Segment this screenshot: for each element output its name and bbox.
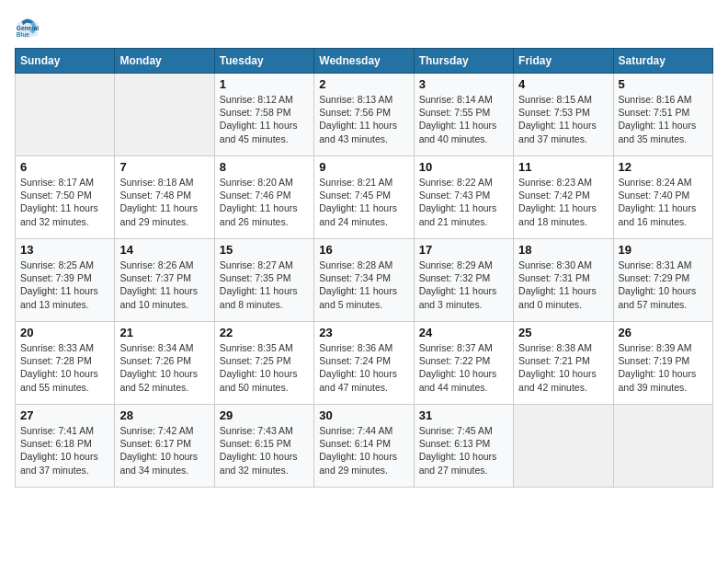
day-number: 12 [619, 160, 708, 174]
calendar-cell [514, 405, 613, 488]
calendar-cell: 26Sunrise: 8:39 AM Sunset: 7:19 PM Dayli… [613, 322, 712, 405]
day-number: 26 [619, 326, 708, 339]
day-info: Sunrise: 7:44 AM Sunset: 6:14 PM Dayligh… [319, 424, 408, 477]
day-number: 17 [419, 243, 508, 257]
day-number: 6 [20, 160, 109, 174]
day-info: Sunrise: 8:24 AM Sunset: 7:40 PM Dayligh… [619, 176, 708, 228]
weekday-header-wednesday: Wednesday [314, 49, 414, 74]
day-info: Sunrise: 8:29 AM Sunset: 7:32 PM Dayligh… [419, 259, 508, 311]
calendar-cell: 24Sunrise: 8:37 AM Sunset: 7:22 PM Dayli… [414, 322, 513, 405]
logo: General Blue [15, 15, 42, 40]
calendar-cell: 20Sunrise: 8:33 AM Sunset: 7:28 PM Dayli… [16, 322, 115, 405]
calendar-cell: 29Sunrise: 7:43 AM Sunset: 6:15 PM Dayli… [214, 405, 313, 488]
calendar-cell: 16Sunrise: 8:28 AM Sunset: 7:34 PM Dayli… [314, 239, 414, 322]
day-info: Sunrise: 8:23 AM Sunset: 7:42 PM Dayligh… [518, 176, 608, 228]
day-info: Sunrise: 7:45 AM Sunset: 6:13 PM Dayligh… [419, 424, 508, 477]
day-number: 24 [419, 326, 508, 339]
day-info: Sunrise: 8:33 AM Sunset: 7:28 PM Dayligh… [20, 341, 109, 394]
svg-text:Blue: Blue [17, 31, 29, 38]
calendar-cell: 1Sunrise: 8:12 AM Sunset: 7:58 PM Daylig… [214, 74, 313, 156]
calendar-cell: 13Sunrise: 8:25 AM Sunset: 7:39 PM Dayli… [16, 239, 115, 322]
calendar-cell: 23Sunrise: 8:36 AM Sunset: 7:24 PM Dayli… [314, 322, 414, 405]
day-info: Sunrise: 8:14 AM Sunset: 7:55 PM Dayligh… [419, 93, 508, 145]
calendar-table: SundayMondayTuesdayWednesdayThursdayFrid… [15, 48, 713, 488]
calendar-cell [115, 74, 214, 156]
day-info: Sunrise: 7:43 AM Sunset: 6:15 PM Dayligh… [220, 424, 309, 477]
day-info: Sunrise: 8:35 AM Sunset: 7:25 PM Dayligh… [220, 341, 309, 394]
day-number: 28 [119, 408, 209, 422]
weekday-header-thursday: Thursday [414, 49, 513, 74]
day-number: 21 [119, 326, 209, 339]
weekday-header-sunday: Sunday [16, 49, 115, 74]
day-number: 22 [220, 326, 309, 339]
day-number: 15 [220, 243, 309, 257]
day-number: 9 [319, 160, 408, 174]
day-info: Sunrise: 8:17 AM Sunset: 7:50 PM Dayligh… [20, 176, 109, 228]
weekday-header-tuesday: Tuesday [214, 49, 313, 74]
day-info: Sunrise: 8:30 AM Sunset: 7:31 PM Dayligh… [518, 259, 608, 311]
calendar-cell: 31Sunrise: 7:45 AM Sunset: 6:13 PM Dayli… [414, 405, 513, 488]
page-header: General Blue [15, 15, 713, 40]
weekday-header-monday: Monday [115, 49, 214, 74]
day-number: 19 [619, 243, 708, 257]
calendar-cell: 22Sunrise: 8:35 AM Sunset: 7:25 PM Dayli… [214, 322, 313, 405]
day-number: 13 [20, 243, 109, 257]
calendar-cell: 17Sunrise: 8:29 AM Sunset: 7:32 PM Dayli… [414, 239, 513, 322]
day-number: 14 [119, 243, 209, 257]
calendar-cell: 21Sunrise: 8:34 AM Sunset: 7:26 PM Dayli… [115, 322, 214, 405]
day-number: 3 [419, 77, 508, 91]
day-number: 5 [619, 77, 708, 91]
calendar-cell: 4Sunrise: 8:15 AM Sunset: 7:53 PM Daylig… [514, 74, 613, 156]
svg-text:General: General [17, 25, 39, 31]
calendar-cell: 30Sunrise: 7:44 AM Sunset: 6:14 PM Dayli… [314, 405, 414, 488]
day-info: Sunrise: 8:13 AM Sunset: 7:56 PM Dayligh… [319, 93, 408, 145]
calendar-cell: 15Sunrise: 8:27 AM Sunset: 7:35 PM Dayli… [214, 239, 313, 322]
day-info: Sunrise: 8:25 AM Sunset: 7:39 PM Dayligh… [20, 259, 109, 311]
calendar-cell: 5Sunrise: 8:16 AM Sunset: 7:51 PM Daylig… [613, 74, 712, 156]
day-info: Sunrise: 8:27 AM Sunset: 7:35 PM Dayligh… [220, 259, 309, 311]
day-info: Sunrise: 7:41 AM Sunset: 6:18 PM Dayligh… [20, 424, 109, 477]
calendar-cell: 3Sunrise: 8:14 AM Sunset: 7:55 PM Daylig… [414, 74, 513, 156]
day-info: Sunrise: 8:12 AM Sunset: 7:58 PM Dayligh… [220, 93, 309, 145]
calendar-cell: 2Sunrise: 8:13 AM Sunset: 7:56 PM Daylig… [314, 74, 414, 156]
day-info: Sunrise: 8:38 AM Sunset: 7:21 PM Dayligh… [518, 341, 608, 394]
day-info: Sunrise: 8:31 AM Sunset: 7:29 PM Dayligh… [619, 259, 708, 311]
day-number: 20 [20, 326, 109, 339]
day-number: 29 [220, 408, 309, 422]
day-info: Sunrise: 8:15 AM Sunset: 7:53 PM Dayligh… [518, 93, 608, 145]
day-number: 10 [419, 160, 508, 174]
day-info: Sunrise: 8:34 AM Sunset: 7:26 PM Dayligh… [119, 341, 209, 394]
day-number: 4 [518, 77, 608, 91]
calendar-cell: 12Sunrise: 8:24 AM Sunset: 7:40 PM Dayli… [613, 156, 712, 239]
day-info: Sunrise: 8:18 AM Sunset: 7:48 PM Dayligh… [119, 176, 209, 228]
day-info: Sunrise: 8:26 AM Sunset: 7:37 PM Dayligh… [119, 259, 209, 311]
day-number: 11 [518, 160, 608, 174]
day-info: Sunrise: 8:16 AM Sunset: 7:51 PM Dayligh… [619, 93, 708, 145]
day-number: 23 [319, 326, 408, 339]
calendar-cell: 6Sunrise: 8:17 AM Sunset: 7:50 PM Daylig… [16, 156, 115, 239]
day-number: 8 [220, 160, 309, 174]
calendar-cell: 27Sunrise: 7:41 AM Sunset: 6:18 PM Dayli… [16, 405, 115, 488]
day-info: Sunrise: 8:36 AM Sunset: 7:24 PM Dayligh… [319, 341, 408, 394]
day-info: Sunrise: 8:21 AM Sunset: 7:45 PM Dayligh… [319, 176, 408, 228]
calendar-cell: 19Sunrise: 8:31 AM Sunset: 7:29 PM Dayli… [613, 239, 712, 322]
calendar-cell: 28Sunrise: 7:42 AM Sunset: 6:17 PM Dayli… [115, 405, 214, 488]
calendar-cell: 7Sunrise: 8:18 AM Sunset: 7:48 PM Daylig… [115, 156, 214, 239]
day-info: Sunrise: 8:37 AM Sunset: 7:22 PM Dayligh… [419, 341, 508, 394]
calendar-cell: 10Sunrise: 8:22 AM Sunset: 7:43 PM Dayli… [414, 156, 513, 239]
day-number: 27 [20, 408, 109, 422]
calendar-cell: 9Sunrise: 8:21 AM Sunset: 7:45 PM Daylig… [314, 156, 414, 239]
day-info: Sunrise: 8:20 AM Sunset: 7:46 PM Dayligh… [220, 176, 309, 228]
calendar-cell [613, 405, 712, 488]
calendar-cell: 18Sunrise: 8:30 AM Sunset: 7:31 PM Dayli… [514, 239, 613, 322]
calendar-cell: 8Sunrise: 8:20 AM Sunset: 7:46 PM Daylig… [214, 156, 313, 239]
day-number: 31 [419, 408, 508, 422]
logo-icon: General Blue [15, 15, 40, 40]
day-number: 18 [518, 243, 608, 257]
day-info: Sunrise: 8:39 AM Sunset: 7:19 PM Dayligh… [619, 341, 708, 394]
weekday-header-friday: Friday [514, 49, 613, 74]
calendar-cell [16, 74, 115, 156]
day-info: Sunrise: 8:22 AM Sunset: 7:43 PM Dayligh… [419, 176, 508, 228]
day-number: 25 [518, 326, 608, 339]
calendar-cell: 14Sunrise: 8:26 AM Sunset: 7:37 PM Dayli… [115, 239, 214, 322]
